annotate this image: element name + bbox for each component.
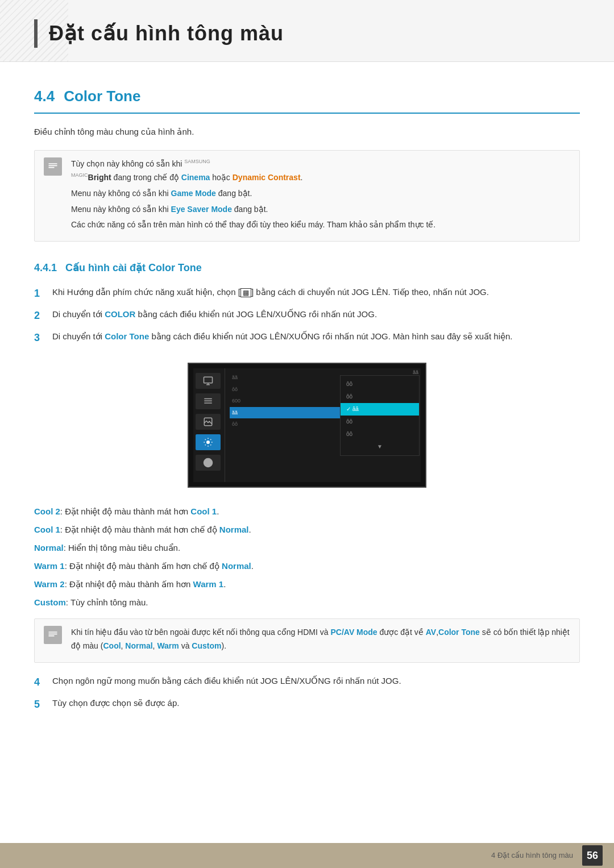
monitor-ui: ăăôôăă [188, 363, 426, 488]
svg-rect-0 [204, 377, 213, 384]
note-icon-1 [44, 157, 62, 176]
submenu-cool2: ôô [341, 378, 419, 391]
page-header: Đặt cấu hình tông màu [0, 0, 614, 62]
submenu-normal: ✓ ăă [341, 403, 419, 416]
svg-rect-1 [204, 398, 212, 400]
option-warm2: Warm 2: Đặt nhiệt độ màu thành ấm hơn Wa… [34, 578, 580, 591]
note-icon-2 [44, 626, 62, 644]
sidebar-lines-icon [196, 393, 221, 409]
main-content: 4.4 Color Tone Điều chỉnh tông màu chung… [0, 62, 614, 770]
option-warm1: Warm 1: Đặt nhiệt độ màu thành ấm hơn ch… [34, 559, 580, 573]
steps-list-2: Chọn ngôn ngữ mong muốn bằng cách điều k… [34, 674, 580, 713]
sidebar-tv-icon [196, 373, 221, 389]
step-1-text: Khi Hướng dẫn phím chức năng xuất hiện, … [52, 285, 489, 299]
steps-list: Khi Hướng dẫn phím chức năng xuất hiện, … [34, 285, 580, 346]
step-4: Chọn ngôn ngữ mong muốn bằng cách điều k… [34, 674, 580, 691]
svg-point-5 [207, 441, 210, 444]
subsection-number: 4.4.1 [34, 262, 57, 273]
submenu-more: ▼ [341, 441, 419, 453]
step-4-text: Chọn ngôn ngữ mong muốn bằng cách điều k… [52, 674, 401, 688]
sidebar-info-icon [196, 455, 221, 471]
subsection-header: 4.4.1 Cấu hình cài đặt Color Tone [34, 260, 580, 276]
svg-rect-3 [204, 403, 212, 404]
page-title: Đặt cấu hình tông màu [49, 17, 284, 50]
submenu-cool1: ôô [341, 391, 419, 403]
option-custom: Custom: Tùy chỉnh tông màu. [34, 596, 580, 609]
option-cool1: Cool 1: Đặt nhiệt độ màu thành mát hơn c… [34, 523, 580, 537]
header-bar [34, 19, 38, 48]
svg-rect-2 [204, 401, 212, 402]
monitor-ui-container: ăăôôăă [34, 363, 580, 488]
note-line-4: Các chức năng có sẵn trên màn hình có th… [71, 218, 435, 232]
subsection-title: Cấu hình cài đặt Color Tone [65, 262, 202, 273]
option-cool2: Cool 2: Đặt nhiệt độ màu thành mát hơn C… [34, 505, 580, 518]
page-footer: 4 Đặt cấu hình tông màu 56 [0, 843, 614, 868]
step-5-text: Tùy chọn được chọn sẽ được áp. [52, 696, 179, 710]
step-2-text: Di chuyển tới COLOR bằng cách điều khiển… [52, 308, 377, 321]
note-box-1: Tùy chọn này không có sẵn khi SAMSUNGMAG… [34, 150, 580, 242]
sidebar-picture-icon [196, 414, 221, 430]
monitor-submenu: ôô ôô ✓ ăă ôô ôô ▼ [340, 375, 420, 456]
step-5: Tùy chọn được chọn sẽ được áp. [34, 696, 580, 713]
monitor-sidebar [193, 368, 225, 482]
step-1: Khi Hướng dẫn phím chức năng xuất hiện, … [34, 285, 580, 302]
submenu-warm1: ôô [341, 416, 419, 428]
sidebar-gear-icon [196, 434, 221, 450]
note-line-2: Menu này không có sẵn khi Game Mode đang… [71, 187, 435, 201]
option-normal: Normal: Hiển thị tông màu tiêu chuẩn. [34, 541, 580, 555]
step-3: Di chuyển tới Color Tone bằng cách điều … [34, 330, 580, 346]
section-description: Điều chỉnh tông màu chung của hình ảnh. [34, 125, 580, 139]
note-box-2: Khi tín hiệu đầu vào từ bên ngoài được k… [34, 618, 580, 663]
section-number: 4.4 [34, 85, 55, 109]
step-3-text: Di chuyển tới Color Tone bằng cách điều … [52, 330, 513, 343]
section-header: 4.4 Color Tone [34, 85, 580, 114]
note-line-3: Menu này không có sẵn khi Eye Saver Mode… [71, 203, 435, 217]
options-list: Cool 2: Đặt nhiệt độ màu thành mát hơn C… [34, 505, 580, 609]
step-2: Di chuyển tới COLOR bằng cách điều khiển… [34, 308, 580, 324]
monitor-main-menu: ăă ôô 600 ăă ôô ôô ôô ✓ ăă ôô ôô ▼ [225, 368, 421, 482]
note-line-1: Tùy chọn này không có sẵn khi SAMSUNGMAG… [71, 157, 435, 185]
footer-text: 4 Đặt cấu hình tông màu [491, 850, 573, 862]
section-title: Color Tone [64, 85, 140, 109]
note-2-text: Khi tín hiệu đầu vào từ bên ngoài được k… [71, 626, 570, 653]
submenu-warm2: ôô [341, 428, 419, 441]
note-content-1: Tùy chọn này không có sẵn khi SAMSUNGMAG… [71, 157, 435, 234]
note-content-2: Khi tín hiệu đầu vào từ bên ngoài được k… [71, 626, 570, 655]
footer-page-number: 56 [582, 845, 603, 866]
